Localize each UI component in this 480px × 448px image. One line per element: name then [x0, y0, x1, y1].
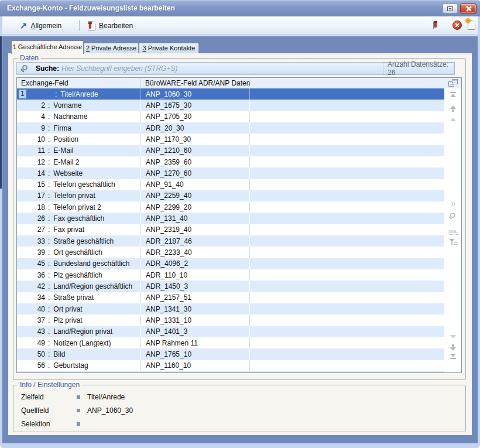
bueroware-field: ANP_131_40	[140, 213, 249, 224]
table-row[interactable]: 37:Plz privatANP_1331_10	[17, 314, 461, 326]
search-input[interactable]: Suche: Hier Suchbegriff eingeben (STRG+S…	[16, 62, 455, 75]
filter-icon[interactable]	[444, 239, 461, 245]
column-header-bueroware-feld[interactable]: BüroWARE-Feld ADR/ANP Daten	[145, 79, 250, 87]
exchange-field-name: Nachname	[53, 112, 87, 121]
table-row[interactable]: 33:Straße geschäftlichADR_2187_46	[17, 235, 461, 247]
empty-cell	[249, 348, 461, 360]
titlebar[interactable]: Exchange-Konto - Feldzuweisungsliste bea…	[0, 0, 480, 16]
daten-groupbox: Daten Suche: Hier Suchbegriff eingeben (…	[13, 58, 466, 380]
exchange-field-name: E-Mail 2	[53, 158, 79, 166]
table-row[interactable]: 9:FirmaADR_20_30	[17, 122, 461, 134]
table-row[interactable]: 34:Straße privatANP_2157_51	[17, 292, 461, 303]
bueroware-field: ANP_2259_40	[140, 190, 249, 201]
info-label: Quellfeld	[21, 406, 77, 415]
column-divider	[140, 78, 141, 88]
move-down-icon[interactable]	[444, 335, 461, 338]
bueroware-field: ANP_1675_30	[140, 100, 249, 111]
bueroware-field: ANP_1341_30	[140, 303, 249, 314]
toolbar-item-bearbeiten[interactable]: Bearbeiten	[88, 16, 133, 35]
bueroware-field: ANP_2299_20	[140, 201, 249, 213]
exchange-field-name: Straße privat	[53, 293, 94, 302]
row-number: 33	[17, 237, 45, 245]
toolbar-item-allgemein[interactable]: ↗ Allgemein	[20, 16, 61, 35]
row-number: 15	[17, 180, 45, 189]
info-label: Selektion	[21, 420, 77, 428]
minimize-button[interactable]	[443, 4, 458, 13]
exchange-field-name: Land/Region geschäftlich	[53, 282, 132, 290]
table-row[interactable]: 36:Plz geschäftlichADR_110_10	[17, 269, 461, 281]
exchange-field-name: Telefon geschäftlich	[53, 180, 115, 189]
table-row[interactable]: 49:Notizen (Langtext)ANP Rahmen 11	[17, 337, 461, 348]
table-row[interactable]: 43:Land/Region privatANP_1401_3	[17, 326, 461, 337]
table-row[interactable]: 11:E-MailANP_1210_60	[17, 145, 461, 156]
row-number: 10	[17, 135, 45, 143]
jump-last-icon[interactable]	[444, 354, 461, 359]
move-up-fast-icon[interactable]	[444, 105, 461, 112]
table-row[interactable]: 18:Telefon privat 2ANP_2299_20	[17, 201, 461, 213]
table-row[interactable]: 50:BildANP_1765_10	[17, 348, 461, 360]
xml-icon[interactable]: XML	[444, 229, 461, 235]
exchange-field-name: Bundesland geschäftlich	[53, 259, 129, 268]
tab-private-kontakte[interactable]: 3 Private Kontakte	[139, 43, 199, 53]
search-label: Suche:	[36, 64, 59, 73]
row-separator: :	[48, 146, 50, 155]
record-count-badge: Anzahl Datensätze: 26	[383, 63, 454, 74]
tab-private-adresse[interactable]: 2 Private Adresse	[84, 43, 139, 53]
row-separator: :	[48, 248, 50, 257]
jump-first-icon[interactable]	[444, 92, 461, 97]
row-separator: :	[48, 237, 50, 245]
empty-cell	[249, 167, 461, 179]
search-zoom-icon[interactable]	[444, 213, 461, 218]
new-document-icon[interactable]	[468, 20, 475, 30]
table-row[interactable]: 45:Bundesland geschäftlichADR_4096_2	[17, 258, 461, 269]
bueroware-field: ADR_2187_46	[140, 235, 249, 247]
table-row[interactable]: 4:NachnameANP_1705_30	[17, 111, 461, 122]
row-number: 4	[17, 112, 45, 121]
dialog-window: Exchange-Konto - Feldzuweisungsliste bea…	[0, 0, 480, 448]
empty-cell	[249, 235, 461, 247]
move-up-icon[interactable]	[444, 118, 461, 121]
bueroware-field: ADR_2233_40	[140, 247, 249, 258]
row-number: 37	[17, 316, 45, 324]
bueroware-field: ANP_91_40	[140, 179, 249, 190]
table-row[interactable]: 12:E-Mail 2ANP_2359_60	[17, 156, 461, 167]
table-row[interactable]: 39:Ort geschäftlichADR_2233_40	[17, 247, 461, 258]
table-row[interactable]: 40:Ort privatANP_1341_30	[17, 303, 461, 314]
empty-cell	[249, 281, 461, 292]
table-row[interactable]: 27:Fax privatANP_2319_40	[17, 224, 461, 235]
window-frame	[472, 53, 478, 443]
table-row[interactable]: 56:GeburtstagANP_1160_10	[17, 360, 461, 371]
bueroware-field: ANP_2157_51	[140, 292, 249, 303]
toolbar: ↗ Allgemein Bearbeiten	[2, 16, 478, 35]
toolbar-separator	[79, 20, 80, 31]
cancel-icon[interactable]	[452, 20, 462, 30]
toolbar-item-label: Allgemein	[31, 22, 62, 30]
table-row[interactable]: 42:Land/Region geschäftlichADR_1450_3	[17, 281, 461, 292]
empty-cell	[249, 326, 461, 337]
tab-geschaeftliche-adresse[interactable]: 1 Geschäftliche Adresse	[11, 40, 84, 54]
row-number: 42	[17, 282, 45, 290]
exchange-field-name: Fax privat	[53, 225, 84, 234]
column-header-exchange-feld[interactable]: Exchange-Feld	[21, 79, 68, 87]
empty-cell	[249, 145, 461, 156]
info-icon[interactable]: (I)	[444, 201, 461, 207]
table-row[interactable]: 14:WebseiteANP_1270_60	[17, 167, 461, 179]
table-row[interactable]: 2:VornameANP_1675_30	[17, 100, 461, 111]
move-down-fast-icon[interactable]	[444, 344, 461, 351]
bueroware-field: ANP_2319_40	[140, 224, 249, 235]
row-separator: :	[48, 124, 50, 132]
table-row[interactable]: 15:Telefon geschäftlichANP_91_40	[17, 179, 461, 190]
table-row[interactable]: 10:PositionANP_1170_30	[17, 134, 461, 145]
edit-document-icon[interactable]	[433, 20, 434, 29]
table-row[interactable]: 26:Fax geschäftlichANP_131_40	[17, 213, 461, 224]
close-button[interactable]	[460, 4, 476, 13]
empty-cell	[249, 303, 461, 314]
table-row[interactable]: 1:Titel/AnredeANP_1060_30	[17, 88, 461, 100]
row-number: 27	[17, 225, 45, 234]
empty-cell	[249, 258, 461, 269]
table-row[interactable]: 17:Telefon privatANP_2259_40	[17, 190, 461, 201]
column-options-icon[interactable]	[448, 79, 458, 87]
empty-cell	[249, 314, 461, 326]
empty-cell	[249, 190, 461, 201]
window-frame	[2, 53, 8, 443]
